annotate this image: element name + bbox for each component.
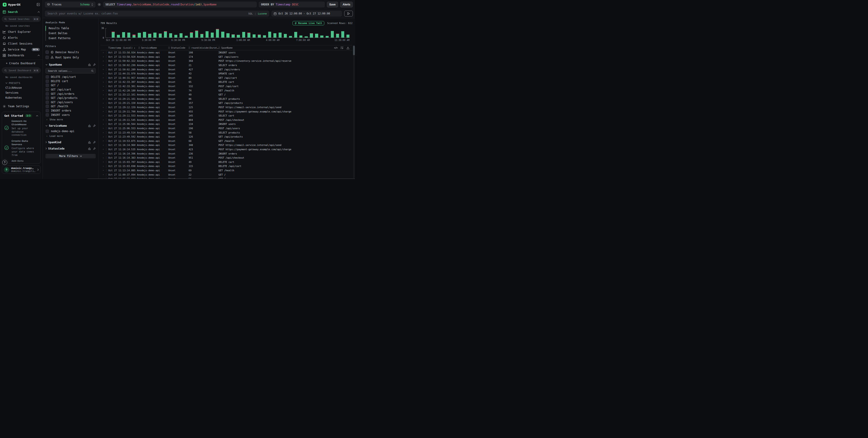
saved-dashboards-input[interactable]: ⌘ K [2, 67, 41, 73]
column-header-duration[interactable]: round(divide(Durat… [189, 47, 218, 49]
histogram-bar[interactable] [315, 28, 319, 37]
bottom-scrollbar[interactable] [88, 178, 355, 179]
histogram-bar[interactable] [283, 28, 287, 37]
denoise-results-toggle[interactable]: Denoise Results [45, 50, 96, 55]
filter-value-insert-orders[interactable]: INSERT orders [45, 109, 96, 113]
chart-icon[interactable] [88, 147, 91, 150]
table-row[interactable]: ›Oct 27 11:53:58.920 AMnodejs-demo-apiUn… [100, 55, 352, 59]
table-row[interactable]: ›Oct 27 11:25:06.553 AMnodejs-demo-apiUn… [100, 126, 352, 130]
table-row[interactable]: ›Oct 27 11:44:31.957 AMnodejs-demo-apiUn… [100, 76, 352, 80]
filter-value-get-api-orders[interactable]: GET /api/orders [45, 92, 96, 96]
histogram-bar[interactable] [169, 28, 173, 37]
expand-row-icon[interactable]: › [100, 152, 106, 155]
expand-row-icon[interactable]: › [100, 173, 106, 176]
expand-row-icon[interactable]: › [100, 160, 106, 163]
table-row[interactable]: ›Oct 27 11:15:03.707 AMnodejs-demo-apiUn… [100, 160, 352, 164]
column-header-servicename[interactable]: ServiceName [138, 47, 168, 49]
expand-row-icon[interactable]: › [100, 64, 106, 67]
table-row[interactable]: ›Oct 27 11:42:33.301 AMnodejs-demo-apiUn… [100, 84, 352, 88]
histogram-bar[interactable] [288, 28, 292, 37]
expand-row-icon[interactable]: › [100, 135, 106, 138]
expand-row-icon[interactable]: › [100, 123, 106, 125]
source-settings-gear-icon[interactable] [97, 3, 101, 6]
histogram-bar[interactable] [242, 28, 246, 37]
sidebar-item-search[interactable]: Search [0, 9, 42, 15]
table-row[interactable]: ›Oct 27 11:16:14.396 AMnodejs-demo-apiUn… [100, 151, 352, 156]
table-row[interactable]: ›Oct 27 11:33:22.161 AMnodejs-demo-apiUn… [100, 92, 352, 97]
mode-event-deltas[interactable]: Event Deltas [45, 31, 96, 36]
create-dashboard-button[interactable]: + Create Dashboard [0, 60, 42, 66]
histogram-bar[interactable] [331, 28, 334, 37]
get-started-item[interactable]: Create Data Sources Configure where your… [4, 140, 38, 157]
histogram-bar[interactable] [158, 28, 162, 37]
chart-icon[interactable] [88, 124, 91, 127]
sidebar-item-alerts[interactable]: Alerts [0, 35, 42, 41]
wrap-text-icon[interactable] [340, 47, 344, 49]
expand-row-icon[interactable]: › [100, 97, 106, 100]
chart-icon[interactable] [88, 141, 91, 144]
checkbox[interactable] [46, 92, 49, 95]
histogram-bar[interactable] [336, 28, 339, 37]
histogram-bar[interactable] [304, 28, 308, 37]
histogram-bar[interactable] [231, 28, 235, 37]
get-started-item[interactable]: Add Data Start sending [4, 159, 38, 164]
chevron-up-icon[interactable] [36, 115, 38, 117]
mode-lucene-toggle[interactable]: Lucene [258, 12, 267, 15]
histogram-bar[interactable] [257, 28, 261, 37]
histogram-bar[interactable] [325, 28, 329, 37]
expand-row-icon[interactable]: › [100, 76, 106, 79]
checkbox[interactable] [46, 105, 49, 108]
get-started-item[interactable]: Connect to ClickHouse Set up your databa… [4, 120, 38, 137]
table-row[interactable]: ›Oct 27 11:42:33.307 AMnodejs-demo-apiUn… [100, 80, 352, 84]
table-row[interactable]: ›Oct 27 11:50:02.289 AMnodejs-demo-apiUn… [100, 67, 352, 71]
histogram-bar[interactable] [148, 28, 152, 37]
histogram-bar[interactable] [106, 28, 110, 37]
event-search-field[interactable] [47, 12, 247, 16]
expand-row-icon[interactable]: › [100, 139, 106, 142]
select-query-input[interactable]: SELECT Timestamp,ServiceName,StatusCode,… [103, 2, 257, 7]
histogram-bar[interactable] [189, 28, 193, 37]
filter-value-get-api-products[interactable]: GET /api/products [45, 96, 96, 100]
expand-row-icon[interactable]: › [100, 85, 106, 88]
table-row[interactable]: ›Oct 27 11:29:21.150 AMnodejs-demo-apiUn… [100, 101, 352, 105]
save-button[interactable]: Save [327, 2, 338, 7]
histogram-bar[interactable] [221, 28, 224, 37]
histogram-bar[interactable] [273, 28, 277, 37]
histogram-bar[interactable] [252, 28, 256, 37]
histogram-bar[interactable] [200, 28, 204, 37]
histogram-bar[interactable] [346, 28, 350, 37]
table-row[interactable]: ›Oct 27 11:25:06.564 AMnodejs-demo-apiUn… [100, 122, 352, 126]
filter-value-delete-cart[interactable]: DELETE cart [45, 79, 96, 84]
expand-row-icon[interactable]: › [100, 93, 106, 96]
histogram-bar[interactable] [127, 28, 131, 37]
checkbox[interactable] [45, 51, 49, 54]
expand-row-icon[interactable]: › [100, 148, 106, 151]
expand-row-icon[interactable]: › [100, 127, 106, 129]
checkbox[interactable] [46, 113, 49, 117]
sidebar-item-team-settings[interactable]: Team Settings [0, 104, 42, 109]
histogram-bar[interactable] [226, 28, 230, 37]
histogram-bar[interactable] [210, 28, 214, 37]
checkbox[interactable] [46, 96, 49, 99]
resume-live-tail-button[interactable]: Resume Live Tail [292, 21, 324, 25]
expand-row-icon[interactable]: › [100, 169, 106, 172]
presets-toggle[interactable]: PRESETS [0, 80, 42, 85]
expand-row-icon[interactable]: › [100, 118, 106, 121]
histogram-bar[interactable] [137, 28, 141, 37]
histogram-bar[interactable] [237, 28, 240, 37]
saved-searches-field[interactable] [8, 18, 32, 21]
expand-row-icon[interactable]: › [100, 131, 106, 134]
checkbox[interactable] [46, 75, 49, 79]
filter-value-delete-api-cart[interactable]: DELETE /api/cart [45, 75, 96, 79]
table-row[interactable]: ›Oct 27 11:23:49.514 AMnodejs-demo-apiUn… [100, 130, 352, 135]
view-sql-icon[interactable]: </> [334, 47, 337, 49]
table-row[interactable]: ›Oct 27 11:29:21.161 AMnodejs-demo-apiUn… [100, 97, 352, 101]
scrollbar-thumb[interactable] [353, 46, 355, 55]
table-row[interactable]: ›Oct 27 11:15:03.698 AMnodejs-demo-apiUn… [100, 164, 352, 168]
run-query-button[interactable] [344, 11, 353, 17]
mode-results-table[interactable]: Results Table [45, 26, 96, 31]
more-filters-button[interactable]: More filters [45, 154, 96, 158]
checkbox[interactable] [46, 129, 49, 133]
table-row[interactable]: ›Oct 27 11:16:14.960 AMnodejs-demo-apiUn… [100, 143, 352, 147]
mode-sql-toggle[interactable]: SQL [248, 12, 253, 15]
